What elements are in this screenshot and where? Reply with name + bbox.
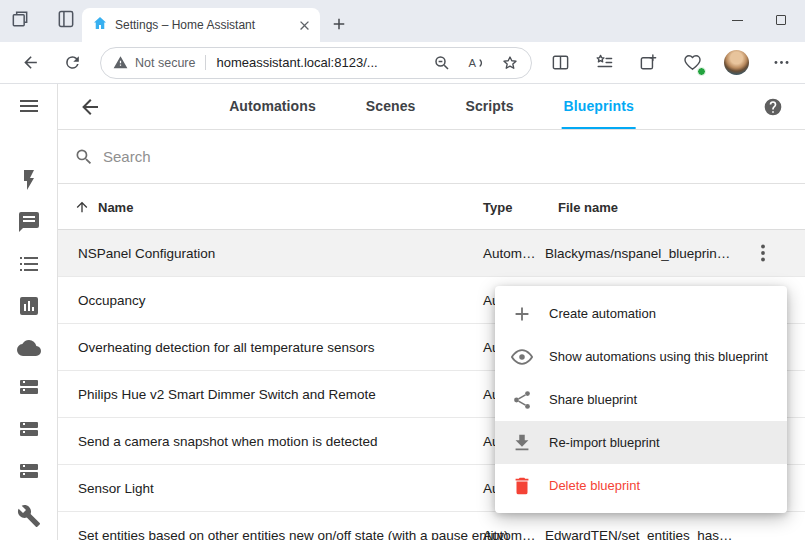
tab-automations[interactable]: Automations <box>227 84 318 129</box>
server-icon[interactable] <box>17 378 41 402</box>
svg-text:A: A <box>469 56 477 68</box>
energy-icon[interactable] <box>17 168 41 192</box>
menu-item-reimport-blueprint[interactable]: Re-import blueprint <box>495 421 787 464</box>
delete-icon <box>511 475 533 497</box>
table-row[interactable]: Set entities based on other entities new… <box>58 512 805 540</box>
tab-scenes[interactable]: Scenes <box>364 84 418 129</box>
ha-header: Automations Scenes Scripts Blueprints <box>58 84 805 130</box>
search-input[interactable] <box>103 148 403 165</box>
profile-avatar[interactable] <box>724 50 749 75</box>
ha-sidebar <box>0 84 58 540</box>
tab-scripts[interactable]: Scripts <box>463 84 515 129</box>
sidebar-menu-icon[interactable] <box>17 94 41 118</box>
table-header: Name Type File name <box>58 184 805 230</box>
collections-icon[interactable] <box>636 51 660 75</box>
browser-tab[interactable]: Settings – Home Assistant <box>82 8 320 42</box>
window-maximize-button[interactable] <box>761 0 801 40</box>
type-column-header[interactable]: Type <box>483 199 512 214</box>
help-icon[interactable] <box>763 97 783 117</box>
row-overflow-menu-icon[interactable] <box>751 241 775 265</box>
zoom-icon[interactable] <box>433 54 451 72</box>
browser-toolbar: Not secure homeassistant.local:8123/... … <box>0 42 805 84</box>
name-column-header[interactable]: Name <box>98 199 133 214</box>
cloud-icon[interactable] <box>17 336 41 360</box>
workspaces-icon[interactable] <box>10 9 30 33</box>
vertical-tabs-icon[interactable] <box>56 9 76 33</box>
search-icon <box>74 147 94 167</box>
refresh-icon[interactable] <box>60 51 84 75</box>
browser-menu-icon[interactable] <box>769 51 793 75</box>
browser-titlebar: Settings – Home Assistant <box>0 0 805 42</box>
server-icon[interactable] <box>17 462 41 486</box>
ha-tab-bar: Automations Scenes Scripts Blueprints <box>227 84 636 129</box>
tab-blueprints[interactable]: Blueprints <box>562 84 636 129</box>
ha-back-icon[interactable] <box>78 95 102 119</box>
plus-icon <box>511 303 533 325</box>
favorite-star-icon[interactable] <box>501 54 519 72</box>
url-text[interactable]: homeassistant.local:8123/... <box>216 55 417 70</box>
menu-item-create-automation[interactable]: Create automation <box>495 292 787 335</box>
menu-item-delete-blueprint[interactable]: Delete blueprint <box>495 464 787 507</box>
table-row[interactable]: NSPanel Configuration Autom… Blackymas/n… <box>58 230 805 277</box>
security-label[interactable]: Not secure <box>135 56 195 70</box>
split-screen-icon[interactable] <box>548 51 572 75</box>
browser-essentials-icon[interactable] <box>680 51 704 75</box>
not-secure-warning-icon <box>113 55 128 70</box>
new-tab-button[interactable] <box>330 15 350 35</box>
menu-item-show-automations[interactable]: Show automations using this blueprint <box>495 335 787 378</box>
status-dot <box>697 67 706 76</box>
favorites-hub-icon[interactable] <box>592 51 616 75</box>
tab-close-icon[interactable] <box>297 18 312 33</box>
search-row <box>58 130 805 184</box>
file-column-header[interactable]: File name <box>558 199 618 214</box>
blueprint-context-menu: Create automation Show automations using… <box>495 286 787 513</box>
sort-arrow-up-icon[interactable] <box>74 199 90 215</box>
download-icon <box>511 432 533 454</box>
back-icon[interactable] <box>18 51 42 75</box>
home-assistant-favicon <box>92 15 108 35</box>
read-aloud-icon[interactable]: A <box>467 54 485 72</box>
menu-item-share-blueprint[interactable]: Share blueprint <box>495 378 787 421</box>
server-icon[interactable] <box>17 420 41 444</box>
share-icon <box>511 389 533 411</box>
address-divider <box>205 55 206 70</box>
eye-icon <box>511 346 533 368</box>
todo-list-icon[interactable] <box>17 252 41 276</box>
address-bar[interactable]: Not secure homeassistant.local:8123/... … <box>100 47 532 79</box>
history-chart-icon[interactable] <box>17 294 41 318</box>
window-minimize-button[interactable] <box>717 0 757 40</box>
tab-title: Settings – Home Assistant <box>115 18 290 32</box>
developer-tools-icon[interactable] <box>17 504 41 528</box>
browser-window: Settings – Home Assistant Not secure hom… <box>0 0 805 540</box>
logbook-icon[interactable] <box>17 210 41 234</box>
